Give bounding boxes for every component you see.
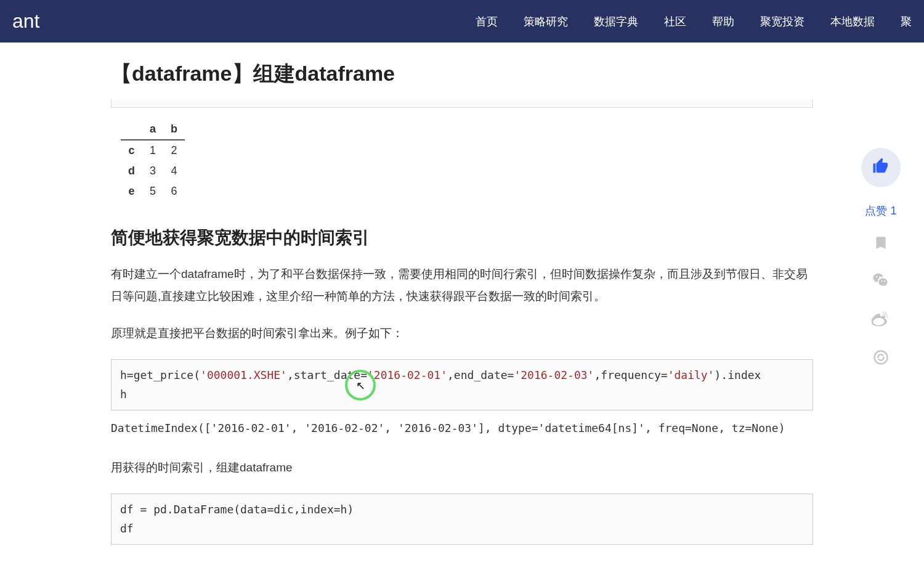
row-idx: e (121, 181, 142, 201)
cell: 2 (163, 140, 185, 161)
like-button[interactable] (861, 148, 901, 187)
table-row: c 1 2 (121, 140, 185, 161)
col-index (121, 119, 142, 140)
nav-help[interactable]: 帮助 (712, 14, 734, 29)
svg-point-0 (875, 351, 888, 364)
nav-local-data[interactable]: 本地数据 (830, 14, 875, 29)
paragraph: 原理就是直接把平台数据的时间索引拿出来。例子如下： (111, 322, 813, 344)
col-a: a (142, 119, 163, 140)
cell: 6 (163, 181, 185, 201)
nav-more[interactable]: 聚 (901, 14, 912, 29)
nav-data-dict[interactable]: 数据字典 (594, 14, 638, 29)
dataframe-output-1: a b c 1 2 d 3 4 e 5 6 (121, 119, 813, 201)
paragraph: 有时建立一个dataframe时，为了和平台数据保持一致，需要使用相同的时间行索… (111, 263, 813, 307)
table-row: e 5 6 (121, 181, 185, 201)
col-b: b (163, 119, 185, 140)
thumbs-up-icon (872, 157, 890, 179)
action-sidebar: 点赞 1 (838, 148, 924, 370)
row-idx: c (121, 140, 142, 161)
bookmark-icon[interactable] (873, 234, 889, 255)
code-block-1: h=get_price('000001.XSHE',start_date='20… (111, 359, 813, 410)
cell: 3 (142, 161, 163, 181)
table-row: d 3 4 (121, 161, 185, 181)
cell: 4 (163, 161, 185, 181)
code-block-2: df = pd.DataFrame(data=dic,index=h) df (111, 494, 813, 545)
nav-research[interactable]: 策略研究 (524, 14, 568, 29)
refresh-icon[interactable] (872, 349, 890, 370)
cell: 5 (142, 181, 163, 201)
nav-community[interactable]: 社区 (664, 14, 686, 29)
code-output-1: DatetimeIndex(['2016-02-01', '2016-02-02… (111, 419, 813, 438)
wechat-icon[interactable] (872, 271, 890, 294)
section-heading: 简便地获得聚宽数据中的时间索引 (111, 226, 813, 250)
article: 【dataframe】组建dataframe a b c 1 2 d 3 (92, 60, 832, 545)
cell: 1 (142, 140, 163, 161)
nav-home[interactable]: 首页 (476, 14, 498, 29)
like-count: 点赞 1 (865, 203, 896, 218)
nav-invest[interactable]: 聚宽投资 (760, 14, 804, 29)
paragraph: 用获得的时间索引，组建dataframe (111, 457, 813, 479)
collapsed-codebox (111, 99, 813, 108)
page-title: 【dataframe】组建dataframe (111, 60, 813, 88)
row-idx: d (121, 161, 142, 181)
weibo-icon[interactable] (872, 310, 890, 333)
logo: ant (12, 10, 39, 33)
nav-menu: 首页 策略研究 数据字典 社区 帮助 聚宽投资 本地数据 聚 (476, 14, 912, 29)
top-nav: ant 首页 策略研究 数据字典 社区 帮助 聚宽投资 本地数据 聚 (0, 0, 924, 43)
